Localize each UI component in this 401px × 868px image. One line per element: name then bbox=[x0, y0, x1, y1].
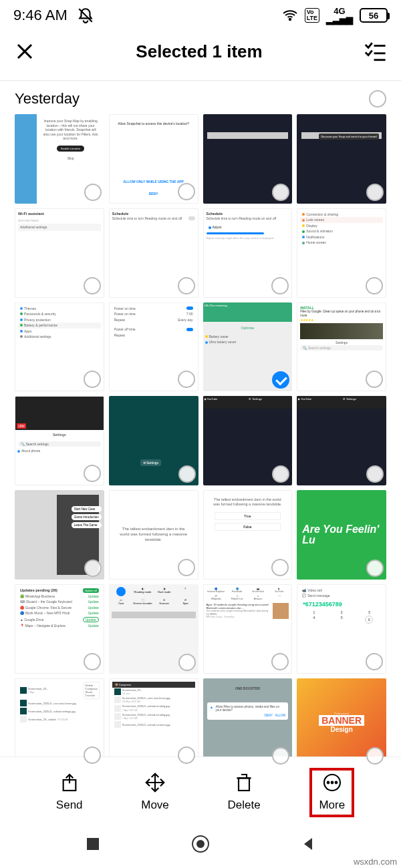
thumbnail[interactable]: Improve your Snap Map by enabling locati… bbox=[15, 114, 104, 204]
thumbnail[interactable]: Schedule Schedule time to turn Reading m… bbox=[109, 208, 198, 298]
thumbnail[interactable]: Power on time Power on time7:00 RepeatEv… bbox=[109, 302, 198, 392]
thumbnail[interactable]: Connection & sharing Lock screen Display… bbox=[297, 208, 386, 298]
select-all-icon[interactable] bbox=[364, 40, 386, 63]
thumbnail[interactable]: Schedule Schedule time to turn Reading m… bbox=[203, 208, 293, 298]
select-circle[interactable] bbox=[178, 183, 195, 200]
select-circle[interactable] bbox=[366, 560, 384, 577]
page-title: Selected 1 item bbox=[136, 41, 262, 62]
svg-point-11 bbox=[331, 782, 333, 784]
thumbnail[interactable] bbox=[203, 114, 293, 204]
select-circle[interactable] bbox=[271, 559, 289, 576]
close-icon[interactable] bbox=[15, 41, 35, 61]
move-icon bbox=[144, 772, 166, 793]
svg-point-15 bbox=[196, 840, 205, 848]
send-icon bbox=[59, 772, 80, 793]
battery-indicator: 56 bbox=[360, 8, 388, 23]
thumbnail[interactable]: 🔵Internet Explorer📘Facebook📷Screenshot▶Y… bbox=[203, 584, 293, 674]
select-circle[interactable] bbox=[366, 184, 384, 201]
select-circle[interactable] bbox=[272, 184, 289, 201]
svg-rect-8 bbox=[239, 778, 249, 791]
select-circle[interactable] bbox=[178, 371, 195, 388]
thumbnail[interactable]: The tallest embankment dam in the world … bbox=[109, 490, 198, 580]
select-circle[interactable] bbox=[84, 277, 101, 294]
network-label: 4G▂▃▅▆ bbox=[326, 7, 353, 24]
select-circle[interactable] bbox=[178, 465, 196, 483]
select-circle[interactable] bbox=[178, 654, 196, 671]
select-circle[interactable] bbox=[84, 184, 102, 201]
select-circle[interactable] bbox=[178, 559, 195, 576]
thumbnail[interactable]: 10h 25m remaining Optimise Battery saver… bbox=[203, 302, 293, 392]
select-circle[interactable] bbox=[366, 277, 383, 294]
thumbnail[interactable]: Wi-Fi assistant WI-FI SETTINGS Additiona… bbox=[15, 208, 104, 298]
select-circle[interactable] bbox=[84, 465, 101, 482]
thumbnail[interactable]: Themes Passwords & security Privacy prot… bbox=[15, 302, 104, 392]
thumbnail[interactable]: 📦 Compress Screenshot_20...14 Jan Screen… bbox=[109, 678, 198, 768]
thumbnail[interactable]: Allow Snapchat to access this device's l… bbox=[109, 114, 198, 204]
watermark: wsxdn.com bbox=[354, 857, 397, 867]
thumbnail[interactable]: Professional BANNER Design bbox=[297, 678, 386, 768]
select-circle[interactable] bbox=[84, 653, 101, 670]
delete-icon bbox=[233, 772, 255, 793]
svg-rect-13 bbox=[87, 838, 99, 850]
select-circle[interactable] bbox=[271, 277, 289, 294]
thumbnail[interactable]: Are You Feelin' Lu bbox=[297, 490, 386, 580]
selection-header: Selected 1 item bbox=[0, 28, 401, 80]
select-circle[interactable] bbox=[84, 746, 101, 764]
home-icon[interactable] bbox=[191, 835, 210, 853]
more-icon bbox=[321, 772, 343, 793]
divider bbox=[0, 80, 401, 81]
thumbnails-grid: Improve your Snap Map by enabling locati… bbox=[0, 114, 401, 767]
send-button[interactable]: Send bbox=[56, 772, 83, 812]
select-circle[interactable] bbox=[366, 653, 383, 670]
thumbnail[interactable]: INSTALL Files by Google: Clean up space … bbox=[297, 302, 386, 392]
select-circle[interactable] bbox=[366, 465, 384, 483]
section-title: Yesterday bbox=[15, 90, 80, 107]
status-bar: 9:46 AM VoLTE 4G▂▃▅▆ 56 bbox=[0, 0, 401, 28]
thumbnail[interactable]: Updates pending (26)Update all 🟢 WhatsAp… bbox=[15, 584, 104, 674]
status-time: 9:46 AM bbox=[13, 7, 68, 24]
more-button[interactable]: More bbox=[311, 769, 353, 816]
delete-button[interactable]: Delete bbox=[228, 772, 261, 812]
thumbnail[interactable]: ◐Reading mode ◑Dark mode ☾ ▭Cast ⬚Screen… bbox=[109, 584, 198, 674]
select-circle[interactable] bbox=[178, 746, 195, 764]
svg-point-1 bbox=[289, 19, 290, 20]
select-circle[interactable] bbox=[84, 560, 102, 577]
thumbnail[interactable]: Screenshot_20...7 Apr DeleteCompressShar… bbox=[15, 678, 104, 768]
thumbnail[interactable]: ▶ YouTube⚙ Settings bbox=[203, 396, 293, 485]
thumbnail[interactable]: Decorate your Snap and send it to your f… bbox=[297, 114, 386, 204]
thumbnail[interactable]: Start New Case Game Introduction Leave T… bbox=[15, 490, 104, 580]
dnd-icon bbox=[77, 7, 94, 24]
section-yesterday: Yesterday bbox=[0, 86, 401, 114]
select-circle[interactable] bbox=[271, 653, 289, 670]
wifi-icon bbox=[282, 7, 298, 23]
action-bar: Send Move Delete More bbox=[0, 756, 401, 821]
select-circle[interactable] bbox=[178, 277, 195, 294]
svg-point-12 bbox=[335, 782, 337, 784]
move-button[interactable]: Move bbox=[141, 772, 169, 812]
thumbnail[interactable]: 📹 Video call 💬 Send message *67123456789… bbox=[297, 584, 386, 674]
thumbnail[interactable]: The tallest embankment dam in the world … bbox=[203, 490, 293, 580]
thumbnail[interactable]: ▶ YouTube⚙ Settings bbox=[297, 396, 386, 485]
section-select-circle[interactable] bbox=[369, 90, 386, 107]
recent-apps-icon[interactable] bbox=[86, 837, 100, 851]
system-nav-bar bbox=[0, 827, 401, 868]
thumbnail[interactable]: ⚙ Settings bbox=[109, 396, 198, 485]
thumbnail[interactable]: ONE BOOSTER ▲Allow Files to access photo… bbox=[203, 678, 293, 768]
select-circle[interactable] bbox=[84, 371, 101, 388]
volte-icon: VoLTE bbox=[305, 8, 319, 23]
svg-point-10 bbox=[327, 782, 329, 784]
thumbnail[interactable]: 18M Settings 🔍 Search settings About pho… bbox=[15, 396, 104, 485]
back-icon[interactable] bbox=[301, 837, 315, 851]
